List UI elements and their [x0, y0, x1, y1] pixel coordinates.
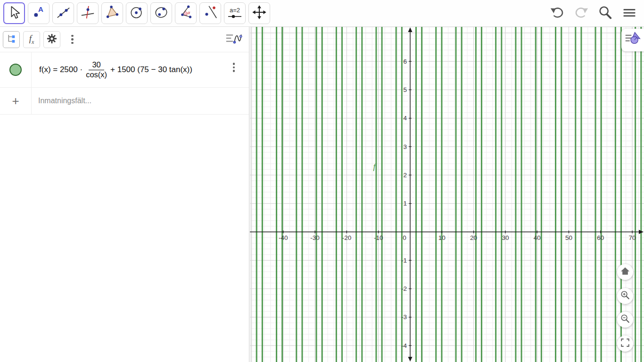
fraction-denominator: cos(x)	[86, 70, 107, 80]
menu-button[interactable]	[621, 6, 637, 22]
svg-text:-4: -4	[401, 342, 407, 349]
row-more-options-button[interactable]	[230, 60, 238, 75]
slider-icon: a=2	[228, 7, 242, 19]
tool-line-button[interactable]	[52, 2, 74, 24]
svg-text:6: 6	[403, 58, 407, 65]
polygon-icon	[105, 5, 120, 22]
svg-text:10: 10	[438, 234, 446, 241]
algebra-input-row: +	[0, 88, 249, 115]
algebra-header: fx	[0, 27, 249, 52]
object-visibility-toggle[interactable]	[9, 64, 22, 76]
svg-text:30: 30	[502, 234, 509, 241]
tool-slider-button[interactable]: a=2	[224, 2, 246, 24]
cursor-arrow-icon	[7, 5, 21, 21]
tool-perpendicular-line-button[interactable]	[77, 2, 99, 24]
circle-through-points-icon	[154, 5, 169, 22]
svg-text:-40: -40	[279, 234, 288, 241]
search-icon	[597, 5, 613, 23]
tool-polygon-button[interactable]	[101, 2, 123, 24]
fullscreen-icon	[620, 337, 630, 350]
graphics-stylebar-toggle-button[interactable]	[621, 29, 644, 51]
svg-text:20: 20	[470, 234, 477, 241]
zoom-out-icon	[620, 313, 630, 326]
zoom-out-button[interactable]	[617, 312, 633, 328]
tool-point-button[interactable]: A	[28, 2, 50, 24]
top-toolbar: A	[0, 0, 644, 27]
svg-text:3: 3	[403, 143, 407, 150]
fullscreen-button[interactable]	[617, 336, 633, 352]
svg-text:-20: -20	[342, 234, 352, 241]
svg-text:50: 50	[565, 234, 572, 241]
tool-move-graphics-button[interactable]	[248, 2, 270, 24]
angle-icon: α	[178, 5, 193, 22]
input-help-button[interactable]: fx	[23, 31, 40, 48]
expression-prefix: f(x) = 2500 ·	[39, 65, 83, 74]
svg-text:40: 40	[534, 234, 541, 241]
svg-text:1: 1	[403, 200, 407, 207]
reflect-about-line-icon	[203, 5, 218, 22]
expression-fraction: 30 cos(x)	[86, 60, 107, 80]
algebra-more-options-button[interactable]	[68, 32, 76, 47]
perpendicular-line-icon	[80, 5, 95, 22]
toolbar-actions	[549, 0, 637, 27]
svg-text:60: 60	[597, 234, 604, 241]
svg-text:-3: -3	[401, 313, 407, 321]
tool-angle-button[interactable]: α	[175, 2, 197, 24]
line-icon	[56, 5, 71, 22]
function-expression[interactable]: f(x) = 2500 · 30 cos(x) + 1500 (75 − 30 …	[32, 52, 249, 87]
sort-objects-icon	[225, 30, 243, 49]
settings-button[interactable]	[43, 31, 60, 48]
algebra-row-f[interactable]: f(x) = 2500 · 30 cos(x) + 1500 (75 − 30 …	[0, 52, 249, 88]
fx-icon: fx	[29, 33, 34, 46]
svg-text:70: 70	[629, 234, 636, 241]
stylebar-icon	[624, 31, 641, 49]
tool-circle-center-button[interactable]	[126, 2, 148, 24]
algebra-tree-icon	[5, 33, 17, 47]
tool-circle-through-points-button[interactable]	[150, 2, 172, 24]
svg-text:-2: -2	[401, 285, 407, 292]
tool-buttons: A	[0, 2, 270, 24]
zoom-in-button[interactable]	[617, 288, 633, 304]
undo-button[interactable]	[549, 6, 565, 22]
hamburger-menu-icon	[622, 5, 637, 22]
svg-text:α: α	[188, 10, 190, 15]
tool-move-button[interactable]	[3, 2, 25, 24]
svg-text:-1: -1	[401, 257, 407, 264]
redo-button[interactable]	[573, 6, 589, 22]
svg-text:-30: -30	[310, 234, 320, 241]
add-expression-icon[interactable]: +	[12, 95, 19, 107]
circle-center-point-icon	[129, 5, 144, 22]
expression-suffix: + 1500 (75 − 30 tan(x))	[110, 65, 192, 74]
svg-text:5: 5	[403, 86, 407, 93]
search-button[interactable]	[597, 6, 613, 22]
home-icon	[620, 266, 630, 278]
graphics-view[interactable]: -40-30-20-10010203040506070-4-3-2-112345…	[250, 27, 644, 362]
graphics-canvas[interactable]: -40-30-20-10010203040506070-4-3-2-112345…	[250, 27, 644, 362]
slider-icon-label: a=2	[230, 7, 240, 13]
fraction-numerator: 30	[89, 60, 104, 70]
home-button[interactable]	[617, 264, 633, 280]
svg-text:-10: -10	[374, 234, 383, 241]
svg-text:4: 4	[403, 115, 407, 122]
svg-text:2: 2	[403, 172, 407, 179]
undo-icon	[549, 5, 565, 23]
algebra-panel: fx	[0, 27, 249, 362]
sort-objects-button[interactable]	[224, 30, 243, 49]
algebra-view-button[interactable]	[3, 31, 20, 48]
svg-text:0: 0	[403, 234, 406, 241]
redo-icon	[573, 5, 589, 23]
point-label-icon: A	[31, 5, 46, 22]
gear-icon	[46, 33, 58, 47]
move-view-arrows-icon	[252, 5, 267, 22]
tool-reflect-button[interactable]	[199, 2, 221, 24]
algebra-input-field[interactable]	[32, 88, 249, 114]
svg-text:A: A	[38, 5, 43, 13]
zoom-in-icon	[620, 290, 630, 302]
